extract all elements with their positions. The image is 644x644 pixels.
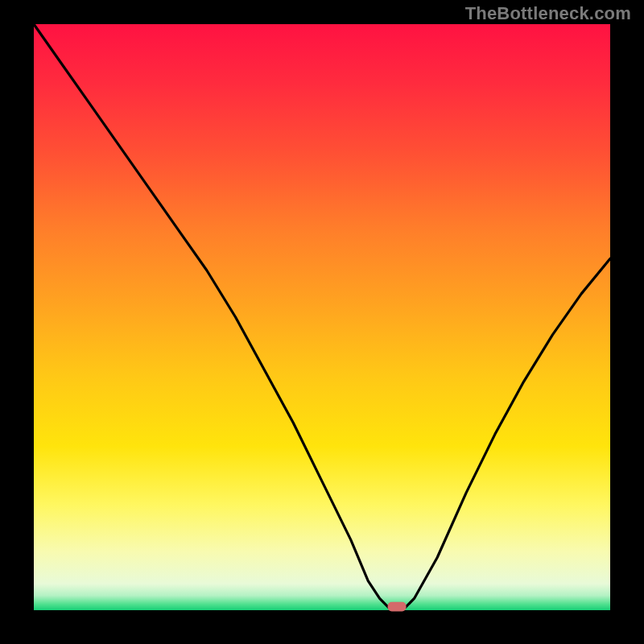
plot-gradient-bg <box>34 24 610 610</box>
watermark-text: TheBottleneck.com <box>465 3 631 24</box>
chart-canvas <box>0 0 644 644</box>
optimal-marker <box>388 602 407 612</box>
bottleneck-chart: TheBottleneck.com <box>0 0 644 644</box>
